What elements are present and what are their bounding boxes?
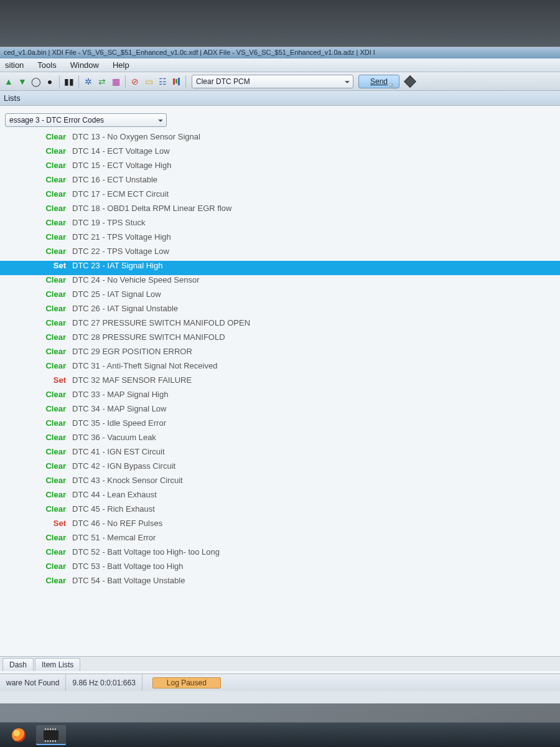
- dtc-row[interactable]: ClearDTC 25 - IAT Signal Low: [0, 289, 560, 304]
- dtc-row[interactable]: ClearDTC 29 EGR POSITION ERROR: [0, 347, 560, 361]
- menu-item[interactable]: Window: [68, 60, 101, 70]
- dtc-row[interactable]: ClearDTC 19 - TPS Stuck: [0, 218, 560, 232]
- dtc-description: DTC 31 - Anti-Theft Signal Not Received: [72, 361, 217, 370]
- separator-icon: [125, 75, 126, 88]
- bars-icon[interactable]: ▮▮: [63, 75, 75, 88]
- dtc-row[interactable]: ClearDTC 22 - TPS Voltage Low: [0, 247, 560, 261]
- dtc-status: Clear: [37, 289, 72, 299]
- dtc-row[interactable]: ClearDTC 18 - OBD1 Delta RPM Linear EGR …: [0, 204, 560, 218]
- dtc-row[interactable]: SetDTC 46 - No REF Pulses: [0, 519, 560, 533]
- dtc-row[interactable]: ClearDTC 42 - IGN Bypass Circuit: [0, 461, 560, 476]
- dtc-row[interactable]: ClearDTC 26 - IAT Signal Unstable: [0, 304, 560, 318]
- arrow-down-icon[interactable]: ▼: [16, 75, 29, 88]
- menu-item[interactable]: Tools: [35, 60, 58, 70]
- dtc-status: Clear: [37, 576, 72, 585]
- dtc-row[interactable]: ClearDTC 27 PRESSURE SWITCH MANIFOLD OPE…: [0, 318, 560, 332]
- dtc-status: Clear: [37, 332, 72, 342]
- dtc-status: Clear: [37, 547, 72, 557]
- taskbar-app-firefox[interactable]: [4, 725, 34, 745]
- dtc-row[interactable]: ClearDTC 13 - No Oxygen Sensor Signal: [0, 132, 560, 146]
- log-paused-badge[interactable]: Log Paused: [152, 677, 221, 688]
- dtc-status: Clear: [37, 218, 72, 227]
- record-icon[interactable]: ●: [44, 75, 56, 88]
- connect-icon[interactable]: ◯: [30, 75, 42, 88]
- dtc-description: DTC 23 - IAT Signal High: [72, 261, 162, 270]
- window-title-bar: ced_v1.0a.bin | XDI File - VS_V6_SC_$51_…: [0, 47, 560, 59]
- dtc-row[interactable]: ClearDTC 28 PRESSURE SWITCH MANIFOLD: [0, 332, 560, 347]
- tab-item-lists[interactable]: Item Lists: [35, 658, 80, 671]
- message-select-value: essage 3 - DTC Error Codes: [9, 116, 104, 125]
- dtc-row[interactable]: ClearDTC 16 - ECT Unstable: [0, 175, 560, 189]
- toolbar: ▲ ▼ ◯ ● ▮▮ ✲ ⇄ ▦ ⊘ ▭ ☷ Clear DTC PCM Sen…: [0, 72, 560, 91]
- monitor-icon[interactable]: ☷: [156, 75, 169, 88]
- dtc-description: DTC 16 - ECT Unstable: [72, 175, 157, 184]
- command-select-value: Clear DTC PCM: [196, 77, 250, 86]
- dtc-row[interactable]: SetDTC 23 - IAT Signal High: [0, 261, 560, 275]
- dtc-status: Clear: [37, 418, 72, 428]
- dtc-status: Clear: [37, 318, 72, 327]
- dtc-row[interactable]: ClearDTC 54 - Batt Voltage Unstable: [0, 576, 560, 590]
- separator-icon: [59, 75, 60, 88]
- send-button[interactable]: Send ↖: [358, 75, 399, 88]
- separator-icon: [78, 75, 79, 88]
- message-select[interactable]: essage 3 - DTC Error Codes: [5, 113, 167, 127]
- dtc-row[interactable]: ClearDTC 53 - Batt Voltage too High: [0, 561, 560, 576]
- folder-icon[interactable]: ▭: [142, 75, 155, 88]
- dtc-row[interactable]: ClearDTC 17 - ECM ECT Circuit: [0, 189, 560, 204]
- dtc-description: DTC 42 - IGN Bypass Circuit: [72, 461, 175, 471]
- dtc-row[interactable]: ClearDTC 44 - Lean Exhaust: [0, 490, 560, 504]
- swap-icon[interactable]: ⇄: [96, 75, 108, 88]
- dtc-description: DTC 54 - Batt Voltage Unstable: [72, 576, 185, 585]
- dtc-description: DTC 43 - Knock Sensor Circuit: [72, 476, 183, 485]
- bottom-tab-bar: Dash Item Lists: [0, 656, 560, 671]
- dtc-row[interactable]: ClearDTC 24 - No Vehicle Speed Sensor: [0, 275, 560, 289]
- gears-icon[interactable]: ✲: [82, 75, 95, 88]
- os-taskbar: [0, 722, 560, 747]
- dtc-description: DTC 45 - Rich Exhaust: [72, 504, 155, 514]
- dtc-row[interactable]: ClearDTC 43 - Knock Sensor Circuit: [0, 476, 560, 490]
- dtc-row[interactable]: ClearDTC 45 - Rich Exhaust: [0, 504, 560, 519]
- dtc-description: DTC 32 MAF SENSOR FAILURE: [72, 375, 192, 385]
- dtc-row[interactable]: ClearDTC 35 - Idle Speed Error: [0, 418, 560, 433]
- diamond-icon[interactable]: [404, 75, 416, 88]
- menu-item[interactable]: Help: [110, 60, 132, 70]
- grid-icon[interactable]: ▦: [110, 75, 122, 88]
- chart-icon[interactable]: [170, 75, 182, 88]
- window-title: ced_v1.0a.bin | XDI File - VS_V6_SC_$51_…: [4, 49, 375, 56]
- dtc-status: Clear: [37, 204, 72, 213]
- dtc-row[interactable]: ClearDTC 41 - IGN EST Circuit: [0, 447, 560, 461]
- dtc-row[interactable]: ClearDTC 36 - Vacuum Leak: [0, 433, 560, 447]
- dtc-row[interactable]: ClearDTC 52 - Batt Voltage too High- too…: [0, 547, 560, 561]
- dtc-list[interactable]: ClearDTC 13 - No Oxygen Sensor SignalCle…: [0, 131, 560, 590]
- dtc-description: DTC 35 - Idle Speed Error: [72, 418, 166, 428]
- dtc-description: DTC 53 - Batt Voltage too High: [72, 561, 183, 571]
- command-select[interactable]: Clear DTC PCM: [192, 75, 353, 88]
- dtc-status: Clear: [37, 433, 72, 442]
- stop-icon[interactable]: ⊘: [129, 75, 141, 88]
- dtc-row[interactable]: ClearDTC 33 - MAP Signal High: [0, 390, 560, 404]
- dtc-description: DTC 21 - TPS Voltage High: [72, 232, 171, 242]
- dtc-status: Clear: [37, 161, 72, 170]
- dtc-status: Clear: [37, 490, 72, 499]
- menu-item[interactable]: sition: [2, 60, 26, 70]
- dtc-status: Clear: [37, 533, 72, 542]
- dtc-description: DTC 28 PRESSURE SWITCH MANIFOLD: [72, 332, 225, 342]
- dtc-row[interactable]: SetDTC 32 MAF SENSOR FAILURE: [0, 375, 560, 390]
- tab-dash[interactable]: Dash: [2, 658, 34, 671]
- dtc-row[interactable]: ClearDTC 34 - MAP Signal Low: [0, 404, 560, 418]
- dtc-row[interactable]: ClearDTC 21 - TPS Voltage High: [0, 232, 560, 247]
- dtc-row[interactable]: ClearDTC 15 - ECT Voltage High: [0, 161, 560, 175]
- arrow-up-icon[interactable]: ▲: [2, 75, 15, 88]
- dtc-description: DTC 34 - MAP Signal Low: [72, 404, 167, 413]
- dtc-row[interactable]: ClearDTC 51 - Memcal Error: [0, 533, 560, 547]
- dtc-row[interactable]: ClearDTC 31 - Anti-Theft Signal Not Rece…: [0, 361, 560, 375]
- firefox-icon: [12, 728, 26, 742]
- dtc-description: DTC 41 - IGN EST Circuit: [72, 447, 165, 456]
- chip-icon: [44, 730, 58, 740]
- dtc-status: Clear: [37, 175, 72, 184]
- pane-title: Lists: [0, 91, 560, 106]
- dtc-description: DTC 52 - Batt Voltage too High- too Long: [72, 547, 220, 557]
- taskbar-app-tuner[interactable]: [36, 725, 66, 745]
- dtc-row[interactable]: ClearDTC 14 - ECT Voltage Low: [0, 146, 560, 161]
- dtc-status: Clear: [37, 404, 72, 413]
